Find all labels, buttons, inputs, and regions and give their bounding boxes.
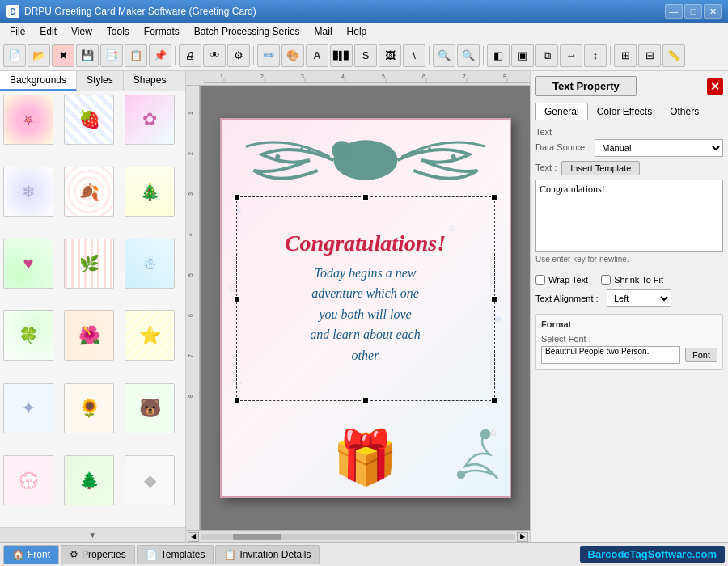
tab-general[interactable]: General	[535, 103, 588, 120]
list-item[interactable]: 🐻	[125, 383, 175, 433]
sep2	[253, 46, 254, 65]
list-item[interactable]: 🍀	[3, 310, 53, 361]
panel-scroll-down[interactable]: ▼	[0, 527, 185, 542]
list-item[interactable]: ☃	[125, 239, 175, 289]
properties-button[interactable]: ⚙ Properties	[61, 545, 135, 564]
zoom-in-button[interactable]: 🔍	[433, 44, 455, 67]
save-button[interactable]: 💾	[76, 44, 99, 67]
list-item[interactable]: ◆	[125, 455, 175, 505]
svg-point-30	[299, 147, 303, 150]
shrink-to-fit-checkbox[interactable]	[601, 275, 611, 285]
list-item[interactable]: ✦	[3, 383, 53, 433]
flip-v-button[interactable]: ↕	[584, 44, 607, 67]
svg-text:5: 5	[382, 74, 385, 79]
ruler-button[interactable]: 📏	[662, 44, 685, 67]
list-item[interactable]: 🎄	[125, 167, 175, 217]
shape-btn[interactable]: S	[354, 44, 377, 67]
image-btn[interactable]: 🖼	[379, 44, 401, 67]
menu-item-batch-processing-series[interactable]: Batch Processing Series	[188, 24, 307, 39]
barcode-btn[interactable]: ▊▌▊	[330, 44, 353, 67]
menu-item-edit[interactable]: Edit	[33, 24, 63, 39]
paste-button[interactable]: 📌	[149, 44, 171, 67]
zoom-out-button[interactable]: 🔍	[457, 44, 480, 67]
svg-text:3: 3	[188, 192, 193, 196]
layer-button[interactable]: ⧉	[535, 44, 558, 67]
format-label: Format	[541, 319, 717, 329]
maximize-button[interactable]: □	[684, 4, 702, 19]
svg-text:5: 5	[188, 273, 193, 277]
list-item[interactable]: 🌿	[64, 239, 114, 289]
titlebar-controls: — □ ✕	[665, 4, 722, 19]
menu-item-file[interactable]: File	[3, 24, 32, 39]
tab-styles[interactable]: Styles	[77, 71, 124, 91]
wrap-text-option[interactable]: Wrap Text	[535, 275, 588, 285]
print-preview-button[interactable]: 👁	[203, 44, 226, 67]
invitation-details-button[interactable]: 📋 Invitation Details	[215, 545, 320, 564]
align-center-button[interactable]: ▣	[511, 44, 534, 67]
list-item[interactable]: ⭐	[125, 310, 175, 361]
text-btn[interactable]: A	[306, 44, 328, 67]
alignment-select[interactable]: Left Center Right	[607, 289, 671, 307]
scroll-right-button[interactable]: ▶	[517, 532, 528, 542]
front-button[interactable]: 🏠 Front	[3, 545, 59, 564]
toolbar: 📄 📂 ✖ 💾 📑 📋 📌 🖨 👁 ⚙ ✏ 🎨 A ▊▌▊ S 🖼 \ 🔍 🔍 …	[0, 40, 728, 71]
scroll-thumb[interactable]	[233, 534, 281, 540]
delete-button[interactable]: ✖	[52, 44, 74, 67]
right-tabs: General Color Effects Others	[535, 103, 723, 120]
list-item[interactable]: ✿	[125, 95, 175, 145]
print-settings-button[interactable]: ⚙	[227, 44, 250, 67]
menu-item-help[interactable]: Help	[341, 24, 374, 39]
data-source-select[interactable]: Manual	[595, 139, 723, 157]
scroll-left-button[interactable]: ◀	[188, 532, 199, 542]
svg-text:7: 7	[188, 354, 193, 357]
color-btn[interactable]: 🎨	[281, 44, 304, 67]
align-left-button[interactable]: ◧	[487, 44, 510, 67]
font-button[interactable]: Font	[685, 348, 717, 362]
list-item[interactable]: 🍂	[64, 167, 114, 217]
list-item[interactable]: 💮	[3, 455, 53, 505]
text-property-close-button[interactable]: ✕	[707, 78, 723, 95]
minimize-button[interactable]: —	[665, 4, 683, 19]
tab-shapes[interactable]: Shapes	[124, 71, 177, 91]
list-item[interactable]: ❄	[3, 167, 53, 217]
list-item[interactable]: 🌻	[64, 383, 114, 433]
close-button[interactable]: ✕	[704, 4, 722, 19]
list-item[interactable]: 🍓	[64, 95, 114, 145]
copy-button[interactable]: 📋	[125, 44, 147, 67]
card-congratulations-text: Congratulations!	[285, 230, 446, 256]
menu-item-formats[interactable]: Formats	[138, 24, 186, 39]
templates-button[interactable]: 📄 Templates	[137, 545, 214, 564]
tab-color-effects[interactable]: Color Effects	[588, 103, 661, 120]
open-button[interactable]: 📂	[28, 44, 50, 67]
canvas-workspace[interactable]: ❄ ❊ ✿ ❄ ✦ ✿	[201, 86, 530, 530]
snap-button[interactable]: ⊟	[638, 44, 661, 67]
tab-backgrounds[interactable]: Backgrounds	[0, 71, 77, 91]
text-input-field[interactable]: Congratulations!	[535, 180, 723, 252]
line-btn[interactable]: \	[403, 44, 425, 67]
horizontal-scrollbar[interactable]: ◀ ▶	[186, 530, 530, 542]
list-item[interactable]: 🌸	[3, 95, 53, 145]
flip-h-button[interactable]: ↔	[560, 44, 582, 67]
grid-button[interactable]: ⊞	[614, 44, 637, 67]
save-as-button[interactable]: 📑	[100, 44, 123, 67]
svg-text:3: 3	[301, 74, 304, 79]
list-item[interactable]: ♥	[3, 239, 53, 289]
menu-item-view[interactable]: View	[65, 24, 99, 39]
text-hint: Use enter key for newline.	[535, 255, 723, 264]
draw-btn[interactable]: ✏	[257, 44, 280, 67]
main-area: Backgrounds Styles Shapes 🌸 🍓 ✿ ❄ 🍂 🎄	[0, 71, 728, 542]
menu-item-mail[interactable]: Mail	[308, 24, 339, 39]
svg-text:1: 1	[188, 112, 193, 115]
menu-item-tools[interactable]: Tools	[100, 24, 136, 39]
tab-others[interactable]: Others	[661, 103, 708, 120]
print-button[interactable]: 🖨	[179, 44, 201, 67]
list-item[interactable]: 🌺	[64, 310, 114, 361]
new-button[interactable]: 📄	[3, 44, 26, 67]
list-item[interactable]: 🌲	[64, 455, 114, 505]
floral-br-svg	[441, 426, 506, 483]
wrap-text-checkbox[interactable]	[535, 275, 545, 285]
svg-point-31	[428, 147, 431, 150]
shrink-to-fit-option[interactable]: Shrink To Fit	[601, 275, 663, 285]
insert-template-button[interactable]: Insert Template	[561, 161, 640, 175]
scroll-track[interactable]	[201, 534, 515, 540]
